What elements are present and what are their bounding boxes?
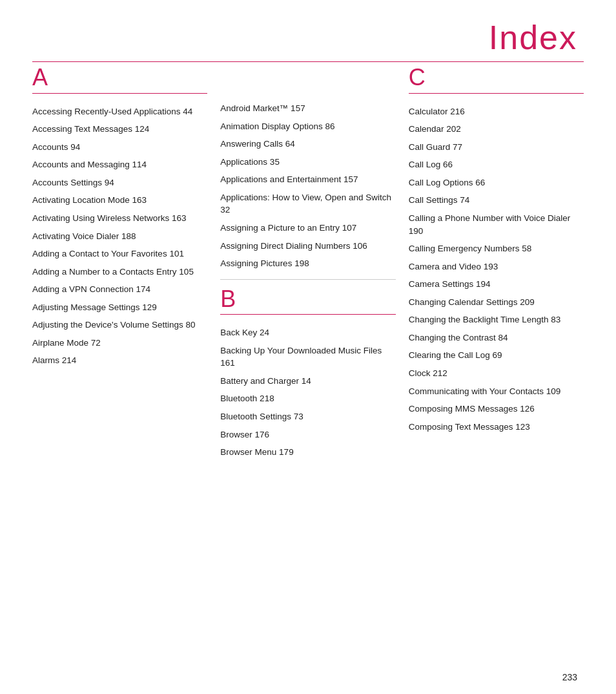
page-title: Index (489, 18, 577, 57)
list-item: Accessing Text Messages 124 (32, 123, 207, 136)
section-letter-c: C (409, 65, 584, 90)
list-item: Accounts and Messaging 114 (32, 158, 207, 171)
column-a: A Accessing Recently-Used Applications 4… (32, 65, 220, 662)
section-header-b: B (220, 286, 395, 322)
b-divider (220, 279, 395, 280)
list-item: Call Log Options 66 (409, 176, 584, 189)
list-item: Composing Text Messages 123 (409, 421, 584, 434)
list-item: Calling a Phone Number with Voice Dialer… (409, 212, 584, 237)
list-item: Camera and Video 193 (409, 260, 584, 273)
section-divider-a (32, 93, 207, 94)
list-item: Accounts Settings 94 (32, 176, 207, 189)
list-item: Adding a Number to a Contacts Entry 105 (32, 266, 207, 279)
list-item: Call Log 66 (409, 158, 584, 171)
list-item: Adding a VPN Connection 174 (32, 283, 207, 296)
list-item: Applications 35 (220, 156, 395, 169)
list-item: Calling Emergency Numbers 58 (409, 242, 584, 255)
list-item: Changing Calendar Settings 209 (409, 296, 584, 309)
list-item: Answering Calls 64 (220, 138, 395, 151)
section-letter-b: B (220, 286, 395, 312)
list-item: Calculator 216 (409, 105, 584, 118)
section-divider-b (220, 314, 395, 315)
list-item: Assigning a Picture to an Entry 107 (220, 222, 395, 235)
top-divider (32, 61, 584, 62)
list-item: Adjusting Message Settings 129 (32, 301, 207, 314)
list-item: Battery and Charger 14 (220, 375, 395, 388)
list-item: Applications and Entertainment 157 (220, 173, 395, 186)
list-item: Bluetooth 218 (220, 392, 395, 405)
list-item: Composing MMS Messages 126 (409, 403, 584, 415)
list-item: Activating Using Wireless Networks 163 (32, 212, 207, 225)
section-header-c: C (409, 65, 584, 100)
list-item: Communicating with Your Contacts 109 (409, 385, 584, 398)
column-c: C Calculator 216 Calendar 202 Call Guard… (409, 65, 584, 662)
list-item: Accounts 94 (32, 141, 207, 154)
list-item: Alarms 214 (32, 354, 207, 367)
list-item: Airplane Mode 72 (32, 337, 207, 350)
list-item: Accessing Recently-Used Applications 44 (32, 105, 207, 118)
list-item: Browser Menu 179 (220, 446, 395, 459)
section-divider-c (409, 93, 584, 94)
section-letter-a: A (32, 65, 207, 90)
list-item: Call Settings 74 (409, 194, 584, 207)
list-item: Changing the Backlight Time Length 83 (409, 313, 584, 326)
column-b: Android Market™ 157 Animation Display Op… (220, 65, 408, 662)
list-item: Adjusting the Device's Volume Settings 8… (32, 319, 207, 331)
list-item: Assigning Direct Dialing Numbers 106 (220, 240, 395, 253)
list-item: Bluetooth Settings 73 (220, 410, 395, 423)
list-item: Assigning Pictures 198 (220, 257, 395, 270)
list-item: Android Market™ 157 (220, 102, 395, 115)
list-item: Camera Settings 194 (409, 278, 584, 291)
list-item: Activating Location Mode 163 (32, 194, 207, 207)
list-item: Changing the Contrast 84 (409, 331, 584, 344)
list-item: Clearing the Call Log 69 (409, 349, 584, 362)
page-number: 233 (562, 672, 577, 682)
list-item: Call Guard 77 (409, 141, 584, 154)
list-item: Adding a Contact to Your Favorites 101 (32, 247, 207, 260)
list-item: Calendar 202 (409, 123, 584, 136)
list-item: Applications: How to View, Open and Swit… (220, 191, 395, 216)
list-item: Browser 176 (220, 428, 395, 441)
list-item: Backing Up Your Downloaded Music Files 1… (220, 344, 395, 370)
list-item: Clock 212 (409, 367, 584, 380)
section-header-a: A (32, 65, 207, 100)
list-item: Animation Display Options 86 (220, 120, 395, 133)
list-item: Activating Voice Dialer 188 (32, 230, 207, 243)
content-area: A Accessing Recently-Used Applications 4… (32, 65, 584, 662)
list-item: Back Key 24 (220, 326, 395, 339)
